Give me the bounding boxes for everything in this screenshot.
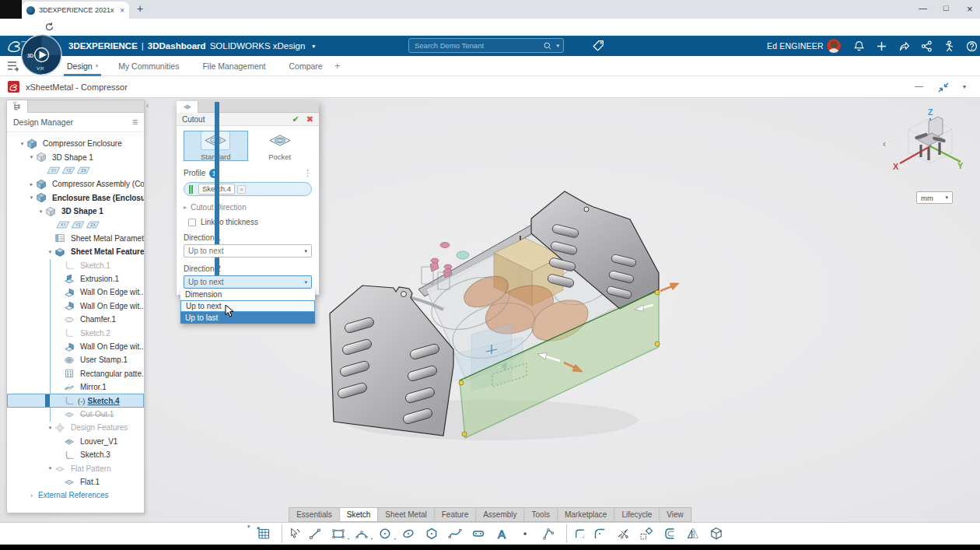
profile-field[interactable]: Sketch.4 ×: [184, 182, 312, 196]
tab-close-icon[interactable]: ×: [120, 6, 124, 15]
tree-item[interactable]: Wall On Edge wit...: [7, 340, 144, 353]
ellipse-icon[interactable]: [398, 524, 418, 543]
ribbon-tab[interactable]: Marketplace: [557, 507, 614, 522]
tree-item[interactable]: Chamfer.1: [7, 313, 144, 326]
cancel-x-icon[interactable]: ✖: [306, 114, 313, 124]
chip-remove-icon[interactable]: ×: [237, 185, 246, 194]
tree-expander[interactable]: ▸: [27, 181, 36, 187]
tree-item[interactable]: Sketch.1: [7, 259, 144, 272]
tree-item[interactable]: Wall On Edge wit...: [7, 286, 144, 299]
tree-item[interactable]: Extrusion.1: [7, 272, 144, 286]
fillet-icon[interactable]: [590, 524, 610, 543]
project-icon[interactable]: [636, 524, 656, 543]
polygon-icon[interactable]: [422, 524, 442, 543]
sketch-grid-icon[interactable]: [254, 524, 274, 543]
tree-item[interactable]: (-) Sketch.4: [7, 394, 144, 407]
cutout-type-option[interactable]: Pocket: [248, 131, 313, 161]
panel-minimize-icon[interactable]: —: [915, 81, 923, 90]
cutout-type-option[interactable]: Standard: [184, 131, 248, 161]
brand-caret-icon[interactable]: ▾: [312, 43, 315, 50]
tree-item[interactable]: ▾ Design Features: [7, 421, 144, 434]
tree-item[interactable]: ▸ Compressor Assembly (Co...: [7, 177, 144, 191]
tree-item[interactable]: Louver_V1: [7, 435, 144, 448]
viewport[interactable]: ‹ Z X Y mm ▾ Design Manager: [0, 98, 980, 545]
trim-icon[interactable]: [613, 524, 633, 543]
orientation-triad[interactable]: Z X Y: [879, 107, 964, 181]
browser-tab[interactable]: 3DEXPERIENCE 2021x FD02 ×: [22, 2, 129, 19]
window-close-icon[interactable]: ×: [967, 3, 973, 15]
section-expander-icon[interactable]: ▸: [184, 204, 187, 211]
ribbon-tab[interactable]: Essentials: [289, 507, 339, 522]
panel-menu-icon[interactable]: ≡: [132, 117, 138, 128]
quick-dimension-icon[interactable]: [538, 524, 558, 543]
dropdown-option[interactable]: Up to next: [180, 300, 315, 312]
help-icon[interactable]: [964, 38, 979, 54]
reload-icon[interactable]: [44, 22, 54, 32]
tree-item[interactable]: ▾ Flat Pattern: [7, 461, 144, 475]
tree-item[interactable]: Cut-Out.1: [7, 408, 144, 421]
text-icon[interactable]: [492, 524, 512, 543]
toolbar-collapse-icon[interactable]: ▾: [247, 524, 250, 530]
add-content-icon[interactable]: [873, 38, 889, 54]
window-maximize-icon[interactable]: □: [943, 3, 949, 12]
nav-tab[interactable]: Design ▾: [67, 61, 98, 71]
user-name[interactable]: Ed ENGINEER: [767, 36, 824, 56]
tree-item[interactable]: › External References: [7, 489, 144, 502]
search-icon[interactable]: [542, 40, 553, 51]
spline-icon[interactable]: [445, 524, 465, 543]
tree-item[interactable]: Sheet Metal Paramet...: [7, 232, 144, 245]
profile-menu-icon[interactable]: ⋮: [303, 168, 312, 178]
add-dashboard-tab-button[interactable]: +: [334, 60, 341, 72]
mirror-sketch-icon[interactable]: [683, 524, 703, 543]
direction2-select[interactable]: Up to next ▾ Dimension Up to next Up to …: [184, 275, 312, 289]
tree-item[interactable]: [7, 164, 144, 177]
tree-item[interactable]: Flat.1: [7, 475, 144, 489]
dropdown-option[interactable]: Up to last: [180, 312, 315, 324]
ribbon-tab[interactable]: Sheet Metal: [377, 507, 433, 522]
assistant-person-icon[interactable]: [941, 38, 957, 54]
nav-tab[interactable]: File Management: [202, 61, 268, 71]
tag-icon[interactable]: [591, 39, 605, 53]
tree-expander[interactable]: ›: [27, 492, 36, 499]
tree-item[interactable]: Mirror.1: [7, 380, 144, 394]
nav-tab[interactable]: My Communities: [118, 61, 182, 71]
ribbon-tab[interactable]: Tools: [524, 507, 557, 522]
link-thickness-checkbox[interactable]: [188, 219, 196, 226]
tree-item[interactable]: Sketch.3: [7, 448, 144, 461]
collaboration-nodes-icon[interactable]: [919, 38, 934, 54]
ribbon-tab[interactable]: Lifecycle: [614, 507, 659, 522]
tree-item[interactable]: Rectangular patte...: [7, 367, 144, 380]
tree-item[interactable]: Wall On Edge wit...: [7, 300, 144, 313]
ribbon-tab[interactable]: View: [659, 507, 691, 522]
confirm-check-icon[interactable]: ✔: [292, 114, 299, 124]
tree-item[interactable]: ▾ Sheet Metal Features: [7, 245, 144, 258]
tree-item[interactable]: ▾ 3D Shape 1: [7, 150, 144, 163]
user-avatar[interactable]: [827, 39, 841, 53]
panel-collapse-icon[interactable]: ‹: [146, 101, 149, 110]
new-tab-button[interactable]: +: [137, 2, 143, 15]
ribbon-tab[interactable]: Sketch: [339, 507, 378, 522]
line-icon[interactable]: [305, 524, 325, 543]
search-caret-icon[interactable]: ▾: [556, 43, 559, 49]
tree-item[interactable]: ▾ Enclosure Base (Enclosur...: [7, 191, 144, 205]
corner-icon[interactable]: [566, 524, 586, 543]
3dexperience-compass-icon[interactable]: 3D V,R: [21, 34, 62, 75]
ribbon-tab[interactable]: Feature: [434, 507, 475, 522]
window-minimize-icon[interactable]: —: [919, 3, 927, 12]
structure-tree-tab[interactable]: [7, 100, 28, 113]
tree-expander[interactable]: ▾: [27, 154, 36, 160]
circle-icon[interactable]: ·: [375, 524, 395, 543]
point-icon[interactable]: [515, 524, 535, 543]
exit-sketch-cube-icon[interactable]: [706, 524, 726, 543]
search-box[interactable]: ▾: [408, 38, 564, 53]
collapse-view-icon[interactable]: [938, 82, 949, 93]
notifications-bell-icon[interactable]: [851, 38, 866, 54]
direction1-select[interactable]: Up to next ▾: [184, 244, 312, 257]
tree-item[interactable]: Sketch.2: [7, 326, 144, 339]
tree-expander[interactable]: ▾: [46, 425, 54, 431]
rectangle-icon[interactable]: ·: [328, 524, 348, 543]
nav-tab[interactable]: Compare: [289, 61, 326, 71]
slot-icon[interactable]: [468, 524, 488, 543]
tree-item[interactable]: User Stamp.1: [7, 353, 144, 366]
dropdown-option[interactable]: Dimension: [180, 289, 315, 300]
